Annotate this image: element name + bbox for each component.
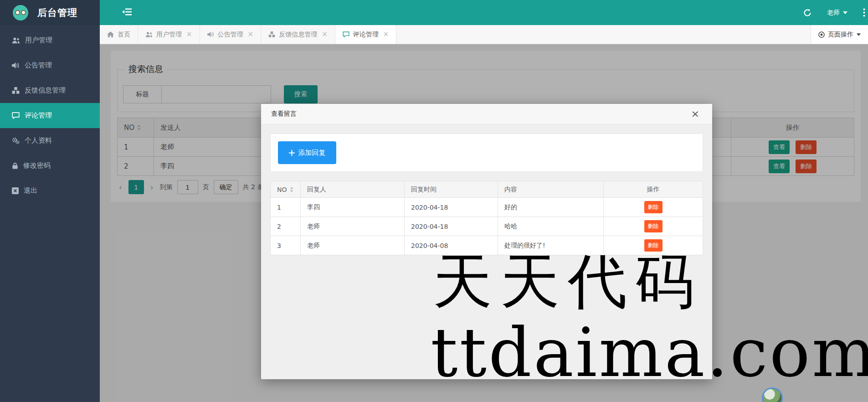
table-row: 1 李四 2020-04-18 好的 删除 <box>271 198 703 217</box>
tab-announcements[interactable]: 公告管理 × <box>200 25 262 44</box>
close-icon[interactable]: × <box>691 109 699 119</box>
refresh-icon[interactable] <box>803 9 812 17</box>
sidebar: 用户管理 公告管理 反馈信息管理 评论管理 个人资料 修改密码 退出 <box>0 25 100 402</box>
sidebar-toggle-icon[interactable] <box>122 8 132 16</box>
cell-replier: 老师 <box>301 217 405 236</box>
cell-replier: 李四 <box>301 198 405 217</box>
sidebar-item-password[interactable]: 修改密码 <box>0 153 100 178</box>
add-reply-panel: 添加回复 <box>270 134 703 172</box>
app-title: 后台管理 <box>37 6 77 19</box>
delete-reply-button[interactable]: 删除 <box>644 239 663 252</box>
cell-no: 1 <box>271 198 301 217</box>
sidebar-item-users[interactable]: 用户管理 <box>0 28 100 53</box>
caret-down-icon <box>857 33 861 36</box>
logo-eye-left <box>15 10 20 15</box>
tab-label: 公告管理 <box>218 31 243 39</box>
tab-label: 用户管理 <box>156 31 182 39</box>
page-operations-dropdown[interactable]: 页面操作 <box>811 25 868 44</box>
tab-close-icon[interactable]: × <box>248 31 254 38</box>
logout-icon <box>12 187 19 194</box>
cubes-icon <box>12 87 20 94</box>
header-right: 老师 <box>803 0 868 25</box>
tab-close-icon[interactable]: × <box>186 31 192 38</box>
add-reply-label: 添加回复 <box>298 149 326 157</box>
comment-icon <box>12 112 20 119</box>
col-content: 内容 <box>498 181 604 198</box>
col-operations: 操作 <box>604 181 703 198</box>
table-header-row: NO 回复人 回复时间 内容 操作 <box>271 181 703 198</box>
user-name: 老师 <box>827 9 840 17</box>
cubes-icon <box>268 31 275 37</box>
sidebar-item-announcements[interactable]: 公告管理 <box>0 53 100 78</box>
tab-label: 反馈信息管理 <box>279 31 317 39</box>
plus-icon <box>289 150 295 156</box>
sidebar-item-comments[interactable]: 评论管理 <box>0 103 100 128</box>
col-reply-time: 回复时间 <box>405 181 498 198</box>
delete-reply-button[interactable]: 删除 <box>644 201 663 213</box>
tab-home[interactable]: 首页 <box>100 25 138 44</box>
sort-icon[interactable] <box>290 187 293 192</box>
modal-header: 查看留言 × <box>261 104 712 124</box>
cell-replier: 老师 <box>301 236 405 255</box>
cell-no: 3 <box>271 236 301 255</box>
col-no: NO <box>277 186 287 193</box>
sidebar-item-label: 修改密码 <box>23 161 51 170</box>
tab-feedback[interactable]: 反馈信息管理 × <box>261 25 335 44</box>
cell-reply-time: 2020-04-18 <box>405 217 498 236</box>
col-replier: 回复人 <box>301 181 405 198</box>
volume-icon <box>207 31 214 37</box>
replies-table: NO 回复人 回复时间 内容 操作 1 李四 2020-04-18 好的 删除 … <box>270 181 703 255</box>
cell-content: 好的 <box>498 198 604 217</box>
tab-close-icon[interactable]: × <box>383 31 389 38</box>
home-icon <box>107 31 114 37</box>
page-operations-label: 页面操作 <box>828 31 853 39</box>
cell-content: 哈哈 <box>498 217 604 236</box>
sidebar-item-logout[interactable]: 退出 <box>0 178 100 203</box>
delete-reply-button[interactable]: 删除 <box>644 220 663 232</box>
sidebar-item-profile[interactable]: 个人资料 <box>0 128 100 153</box>
admin-page: 后台管理 老师 用户管理 公告管理 <box>0 0 868 402</box>
sidebar-item-feedback[interactable]: 反馈信息管理 <box>0 78 100 103</box>
tab-comments[interactable]: 评论管理 × <box>335 25 397 44</box>
sidebar-item-label: 用户管理 <box>25 36 52 45</box>
users-icon <box>12 37 20 44</box>
add-reply-button[interactable]: 添加回复 <box>278 141 336 164</box>
sidebar-item-label: 个人资料 <box>25 136 52 145</box>
user-menu[interactable]: 老师 <box>827 9 847 17</box>
cell-content: 处理的很好了! <box>498 236 604 255</box>
users-icon <box>145 31 153 37</box>
logo-eye-right <box>21 10 26 15</box>
modal-title: 查看留言 <box>271 110 297 118</box>
cell-reply-time: 2020-04-08 <box>405 236 498 255</box>
cell-reply-time: 2020-04-18 <box>405 198 498 217</box>
tab-label: 首页 <box>118 31 130 39</box>
top-header: 后台管理 老师 <box>0 0 868 25</box>
app-logo-icon <box>13 5 28 21</box>
volume-icon <box>12 62 20 69</box>
brand: 后台管理 <box>0 0 100 25</box>
gears-icon <box>12 137 20 144</box>
tab-bar: 首页 用户管理 × 公告管理 × 反馈信息管理 × 评论管理 × 页面操作 <box>100 25 868 44</box>
tab-label: 评论管理 <box>353 31 379 39</box>
cell-no: 2 <box>271 217 301 236</box>
view-message-modal: 查看留言 × 添加回复 NO 回复人 回复时间 内容 操作 <box>261 104 712 379</box>
target-icon <box>818 31 825 38</box>
sidebar-item-label: 反馈信息管理 <box>25 86 66 95</box>
table-row: 3 老师 2020-04-08 处理的很好了! 删除 <box>271 236 703 255</box>
lock-icon <box>12 162 18 169</box>
sidebar-item-label: 评论管理 <box>25 111 52 120</box>
sidebar-item-label: 退出 <box>24 186 37 195</box>
comment-icon <box>343 31 349 37</box>
caret-down-icon <box>843 11 847 14</box>
table-row: 2 老师 2020-04-18 哈哈 删除 <box>271 217 703 236</box>
tab-close-icon[interactable]: × <box>322 31 328 38</box>
tab-users[interactable]: 用户管理 × <box>138 25 200 44</box>
kebab-menu-icon[interactable] <box>863 8 865 17</box>
sidebar-item-label: 公告管理 <box>25 61 52 70</box>
modal-body: 添加回复 NO 回复人 回复时间 内容 操作 1 李四 2020-04-18 <box>261 124 712 264</box>
